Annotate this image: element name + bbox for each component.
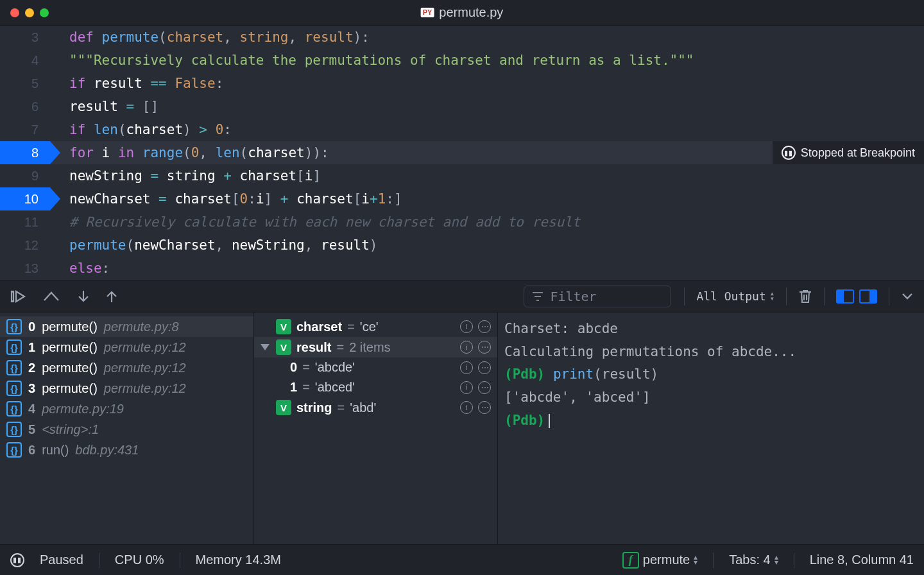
stack-frame[interactable]: {} 3 permute() permute.py:12	[0, 378, 253, 399]
trash-icon[interactable]	[798, 289, 812, 304]
step-over-icon[interactable]	[42, 290, 62, 303]
console-output-line: Calculating permutations of abcde...	[504, 341, 918, 364]
pause-icon: ▮▮	[10, 553, 24, 567]
info-icon[interactable]: i	[460, 341, 473, 354]
window-minimize-button[interactable]	[25, 8, 34, 17]
filter-input[interactable]: Filter	[524, 286, 671, 307]
console-output-line: Charset: abcde	[504, 318, 918, 341]
chevron-down-icon[interactable]	[901, 292, 914, 301]
line-number[interactable]: 5	[0, 72, 50, 95]
window-title: permute.py	[439, 5, 503, 20]
filter-icon	[532, 292, 543, 301]
stack-frame[interactable]: {} 1 permute() permute.py:12	[0, 337, 253, 357]
status-function-selector[interactable]: f permute ▴▾	[622, 552, 697, 569]
status-memory: Memory 14.3M	[196, 553, 281, 567]
more-icon[interactable]: ⋯	[478, 381, 491, 394]
stack-frame[interactable]: {} 2 permute() permute.py:12	[0, 357, 253, 378]
code-editor[interactable]: 3 def permute(charset, string, result): …	[0, 26, 924, 280]
line-number[interactable]: 3	[0, 26, 50, 49]
debug-toolbar: Filter All Output ▴▾	[0, 280, 924, 313]
frame-icon: {}	[6, 442, 22, 458]
call-stack-pane: {} 0 permute() permute.py:8 {} 1 permute…	[0, 313, 254, 544]
pause-icon: ▮▮	[782, 146, 796, 160]
line-number[interactable]: 9	[0, 164, 50, 187]
breakpoint-line-number[interactable]: 8	[0, 141, 50, 164]
more-icon[interactable]: ⋯	[478, 401, 491, 414]
line-number[interactable]: 6	[0, 95, 50, 118]
variables-pane: V charset = 'ce' i⋯ V result = 2 items i…	[254, 313, 498, 544]
variable-child-row[interactable]: 0 = 'abcde' i⋯	[254, 357, 497, 377]
variable-row[interactable]: V result = 2 items i⋯	[254, 337, 497, 357]
stack-frame[interactable]: {} 4 permute.py:19	[0, 399, 253, 419]
frame-icon: {}	[6, 360, 22, 375]
frame-icon: {}	[6, 339, 22, 355]
variable-icon: V	[276, 319, 291, 334]
variable-icon: V	[276, 400, 291, 415]
frame-icon: {}	[6, 401, 22, 416]
status-cpu: CPU 0%	[115, 553, 164, 567]
function-icon: f	[622, 552, 639, 569]
cursor-icon	[549, 414, 550, 428]
svg-rect-0	[12, 291, 13, 302]
frame-icon: {}	[6, 422, 22, 437]
step-out-icon[interactable]	[105, 289, 118, 304]
debug-console[interactable]: Charset: abcde Calculating permutations …	[498, 313, 924, 544]
frame-icon: {}	[6, 381, 22, 396]
variable-icon: V	[276, 339, 291, 355]
filter-placeholder: Filter	[550, 289, 596, 304]
info-icon[interactable]: i	[460, 320, 473, 333]
window-zoom-button[interactable]	[40, 8, 49, 17]
layout-right-icon[interactable]	[859, 289, 877, 304]
line-number[interactable]: 12	[0, 234, 50, 257]
console-output-line: ['abcde', 'abced']	[504, 386, 918, 409]
window-close-button[interactable]	[10, 8, 19, 17]
stack-frame[interactable]: {} 6 run() bdb.py:431	[0, 440, 253, 460]
info-icon[interactable]: i	[460, 401, 473, 414]
line-number[interactable]: 4	[0, 49, 50, 72]
status-tabs-selector[interactable]: Tabs: 4 ▴▾	[729, 553, 778, 567]
status-bar: ▮▮ Paused CPU 0% Memory 14.3M f permute …	[0, 544, 924, 575]
info-icon[interactable]: i	[460, 361, 473, 374]
continue-icon[interactable]	[10, 289, 27, 304]
frame-icon: {}	[6, 319, 22, 334]
status-paused: Paused	[40, 553, 83, 567]
more-icon[interactable]: ⋯	[478, 341, 491, 354]
variable-row[interactable]: V string = 'abd' i⋯	[254, 397, 497, 418]
disclosure-triangle-icon[interactable]	[261, 344, 270, 350]
line-number[interactable]: 13	[0, 257, 50, 280]
breakpoint-line-number[interactable]: 10	[0, 187, 50, 210]
stack-frame[interactable]: {} 0 permute() permute.py:8	[0, 316, 253, 337]
line-number[interactable]: 11	[0, 210, 50, 234]
stopped-at-breakpoint-badge: ▮▮ Stopped at Breakpoint	[773, 141, 924, 164]
step-in-icon[interactable]	[77, 289, 90, 304]
file-type-icon: PY	[421, 8, 434, 17]
titlebar: PY permute.py	[0, 0, 924, 26]
status-cursor-position: Line 8, Column 41	[810, 553, 914, 567]
info-icon[interactable]: i	[460, 381, 473, 394]
layout-left-icon[interactable]	[836, 289, 854, 304]
output-selector[interactable]: All Output ▴▾	[696, 289, 774, 303]
variable-child-row[interactable]: 1 = 'abced' i⋯	[254, 377, 497, 397]
more-icon[interactable]: ⋯	[478, 361, 491, 374]
variable-row[interactable]: V charset = 'ce' i⋯	[254, 316, 497, 337]
more-icon[interactable]: ⋯	[478, 320, 491, 333]
console-input-line: (Pdb) print(result)	[504, 363, 918, 386]
line-number[interactable]: 7	[0, 118, 50, 141]
stack-frame[interactable]: {} 5 <string>:1	[0, 419, 253, 440]
console-prompt[interactable]: (Pdb)	[504, 409, 918, 433]
